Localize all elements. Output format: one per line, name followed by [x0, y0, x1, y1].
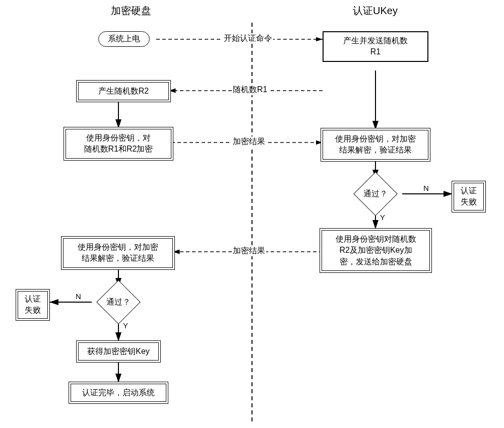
- box-encrypt-key: 使用身份密钥对随机数 R2及加密密钥Key加 密，发送给加密硬盘: [322, 230, 430, 271]
- box-gen-r1: 产生并发送随机数 R1: [323, 31, 428, 62]
- header-right: 认证UKey: [353, 4, 398, 18]
- label-y-left: Y: [123, 321, 128, 330]
- label-n-left: N: [76, 292, 81, 301]
- flowchart: 加密硬盘 认证UKey: [0, 0, 504, 428]
- connectors: [0, 0, 504, 428]
- label-enc2: 加密结果: [232, 246, 266, 256]
- box-gen-r2: 产生随机数R2: [78, 82, 169, 100]
- header-left: 加密硬盘: [111, 4, 151, 18]
- label-enc1: 加密结果: [232, 136, 266, 147]
- box-left-decrypt: 使用身份密钥，对加密 结果解密，验证结果: [63, 238, 173, 268]
- label-r1: 随机数R1: [232, 85, 268, 95]
- label-n-right: N: [423, 184, 429, 192]
- box-left-fail: 认证 失败: [18, 291, 48, 319]
- box-right-fail: 认证 失败: [454, 183, 484, 210]
- decision-left: 通过？: [93, 288, 144, 316]
- box-get-key: 获得加密密钥Key: [78, 342, 159, 361]
- label-start-auth: 开始认证命令: [223, 33, 273, 44]
- decision-right: 通过？: [350, 180, 401, 208]
- box-done: 认证完毕，启动系统: [71, 384, 166, 402]
- box-encrypt-r1r2: 使用身份密钥，对 随机数R1和R2加密: [66, 129, 171, 159]
- box-right-decrypt: 使用身份密钥，对加密 结果解密，验证结果: [323, 130, 428, 160]
- start-node: 系统上电: [98, 31, 150, 47]
- label-y-right: Y: [380, 213, 385, 222]
